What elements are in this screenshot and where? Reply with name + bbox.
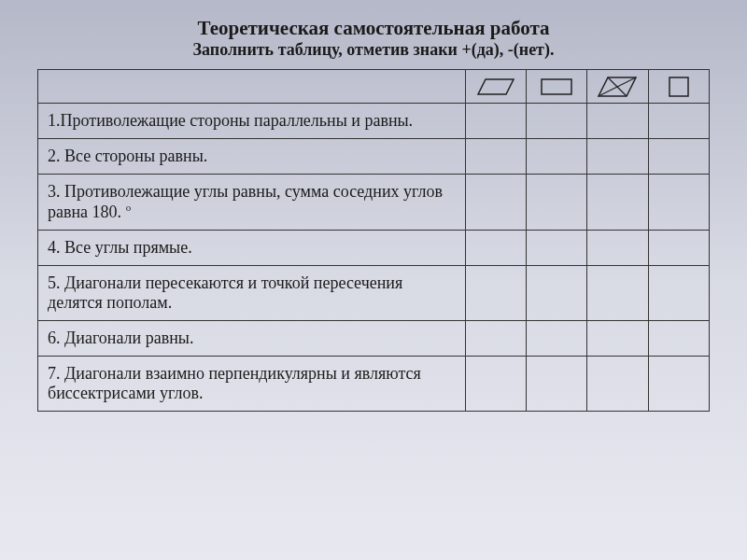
table-row: 4. Все углы прямые. xyxy=(38,231,710,266)
row-text: 3. Противолежащие углы равны, сумма сосе… xyxy=(38,175,466,231)
cell xyxy=(587,321,648,357)
cell xyxy=(587,357,648,412)
cell xyxy=(465,357,526,412)
cell xyxy=(465,175,526,231)
rectangle-icon xyxy=(538,77,575,97)
cell xyxy=(648,231,709,266)
table-row: 2. Все стороны равны. xyxy=(38,139,710,175)
cell xyxy=(526,266,586,321)
cell xyxy=(648,139,709,175)
cell xyxy=(587,139,648,175)
row-text: 5. Диагонали пересекаются и точкой перес… xyxy=(38,266,466,321)
cell xyxy=(465,321,526,357)
cell xyxy=(587,175,648,231)
header-row xyxy=(38,70,710,104)
header-parallelogram xyxy=(465,70,526,104)
row-text-pre: 3. Противолежащие углы равны, сумма сосе… xyxy=(48,182,443,221)
row-text: 6. Диагонали равны. xyxy=(38,321,466,357)
table-row: 6. Диагонали равны. xyxy=(38,321,710,357)
table-row: 7. Диагонали взаимно перпендикулярны и я… xyxy=(38,357,710,412)
properties-table: 1.Противолежащие стороны параллельны и р… xyxy=(37,69,710,412)
svg-rect-1 xyxy=(542,79,571,94)
page-subtitle: Заполнить таблицу, отметив знаки +(да), … xyxy=(37,40,710,60)
cell xyxy=(648,266,709,321)
cell xyxy=(465,231,526,266)
cell xyxy=(465,104,526,139)
cell xyxy=(587,231,648,266)
cell xyxy=(465,266,526,321)
svg-marker-0 xyxy=(478,79,514,94)
row-text: 1.Противолежащие стороны параллельны и р… xyxy=(38,104,466,139)
parallelogram-icon xyxy=(476,77,515,97)
row-text: 7. Диагонали взаимно перпендикулярны и я… xyxy=(38,357,466,412)
cell xyxy=(648,357,709,412)
cell xyxy=(465,139,526,175)
header-square xyxy=(648,70,709,104)
header-empty xyxy=(38,70,466,104)
degree-symbol: о xyxy=(126,202,132,213)
row-text: 2. Все стороны равны. xyxy=(38,139,466,175)
table-row: 1.Противолежащие стороны параллельны и р… xyxy=(38,104,710,139)
cell xyxy=(526,104,586,139)
square-icon xyxy=(667,75,691,99)
cell xyxy=(526,357,586,412)
cell xyxy=(526,231,586,266)
row-text: 4. Все углы прямые. xyxy=(38,231,466,266)
cell xyxy=(526,175,586,231)
svg-line-4 xyxy=(599,77,636,96)
svg-rect-5 xyxy=(669,77,688,96)
cell xyxy=(648,175,709,231)
cell xyxy=(526,321,586,357)
table-row: 5. Диагонали пересекаются и точкой перес… xyxy=(38,266,710,321)
rhombus-icon xyxy=(597,75,638,99)
cell xyxy=(587,104,648,139)
header-rhombus xyxy=(587,70,648,104)
cell xyxy=(648,104,709,139)
header-rectangle xyxy=(526,70,586,104)
cell xyxy=(587,266,648,321)
page-title: Теоретическая самостоятельная работа xyxy=(37,17,710,40)
cell xyxy=(526,139,586,175)
cell xyxy=(648,321,709,357)
table-row: 3. Противолежащие углы равны, сумма сосе… xyxy=(38,175,710,231)
